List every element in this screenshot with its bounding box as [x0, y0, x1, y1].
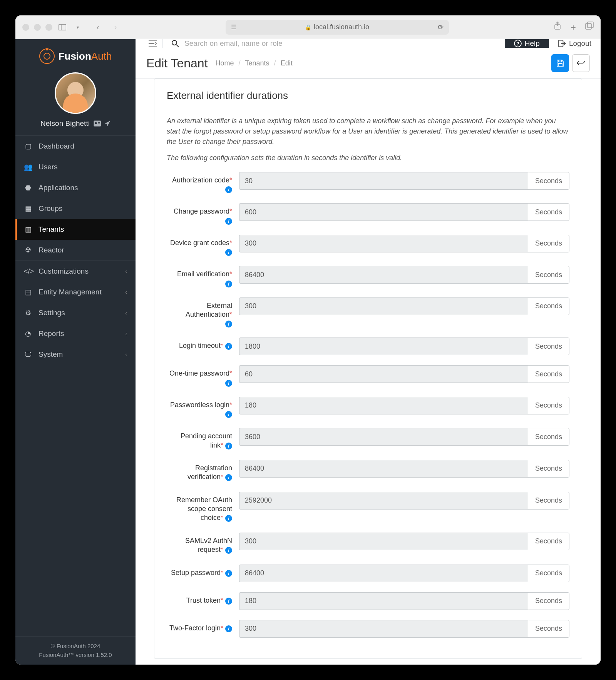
- info-icon[interactable]: i: [225, 380, 232, 387]
- unit-label: Seconds: [528, 203, 569, 221]
- info-icon[interactable]: i: [225, 321, 232, 327]
- info-icon[interactable]: i: [225, 218, 232, 225]
- duration-input[interactable]: [239, 428, 528, 446]
- duration-input[interactable]: [239, 592, 528, 610]
- forward-icon[interactable]: ›: [110, 22, 121, 33]
- form-row: Two-Factor login* iSeconds: [167, 620, 569, 638]
- nav-label: Dashboard: [38, 142, 74, 150]
- field-label: Passwordless login*: [167, 401, 232, 409]
- duration-input[interactable]: [239, 297, 528, 315]
- duration-input[interactable]: [239, 565, 528, 582]
- field-label: Email verification*: [167, 270, 232, 279]
- traffic-close[interactable]: [22, 24, 29, 31]
- nav-item-system[interactable]: 🖵System‹: [15, 344, 136, 365]
- svg-text:?: ?: [516, 41, 519, 47]
- avatar[interactable]: [55, 72, 96, 114]
- search-input[interactable]: [184, 39, 496, 48]
- logo[interactable]: FusionAuth: [39, 48, 112, 64]
- form-row: Passwordless login*iSeconds: [167, 397, 569, 418]
- duration-input[interactable]: [239, 397, 528, 414]
- nav: ▢Dashboard👥Users⬣Applications▦Groups▥Ten…: [15, 135, 136, 365]
- info-icon[interactable]: i: [225, 249, 232, 256]
- back-icon[interactable]: ‹: [92, 22, 103, 33]
- nav-item-reactor[interactable]: ☢Reactor: [15, 240, 136, 261]
- sidebar-toggle-icon[interactable]: [143, 40, 162, 47]
- nav-item-settings[interactable]: ⚙Settings‹: [15, 302, 136, 323]
- page-header: Edit Tenant Home / Tenants / Edit: [136, 48, 601, 79]
- save-button[interactable]: [551, 54, 569, 72]
- breadcrumb-item[interactable]: Home: [216, 59, 234, 67]
- info-icon[interactable]: i: [225, 343, 232, 350]
- nav-item-entity-management[interactable]: ▤Entity Management‹: [15, 282, 136, 302]
- users-icon: 👥: [24, 163, 32, 171]
- unit-label: Seconds: [528, 460, 569, 478]
- logout-button[interactable]: Logout: [549, 39, 601, 48]
- nav-item-tenants[interactable]: ▥Tenants: [15, 219, 136, 240]
- location-icon[interactable]: [104, 120, 110, 127]
- unit-label: Seconds: [528, 235, 569, 252]
- duration-input[interactable]: [239, 460, 528, 478]
- form-row: External Authentication*iSeconds: [167, 297, 569, 328]
- duration-input[interactable]: [239, 533, 528, 550]
- field-label: Two-Factor login* i: [167, 624, 232, 633]
- logout-icon: [558, 40, 566, 47]
- duration-input[interactable]: [239, 172, 528, 190]
- unit-label: Seconds: [528, 337, 569, 355]
- nav-item-applications[interactable]: ⬣Applications: [15, 177, 136, 198]
- info-icon[interactable]: i: [225, 186, 232, 193]
- tabs-icon[interactable]: [585, 22, 594, 33]
- form-row: Trust token* iSeconds: [167, 592, 569, 610]
- nav-label: Customizations: [38, 267, 89, 276]
- info-icon[interactable]: i: [225, 474, 232, 481]
- chevron-left-icon: ‹: [125, 351, 127, 358]
- duration-input[interactable]: [239, 365, 528, 383]
- info-icon[interactable]: i: [225, 625, 232, 632]
- dashboard-icon: ▢: [24, 142, 32, 150]
- nav-label: Reactor: [38, 246, 64, 254]
- customizations-icon: </>: [24, 267, 32, 276]
- lock-icon: 🔒: [305, 24, 311, 30]
- nav-item-reports[interactable]: ◔Reports‹: [15, 323, 136, 344]
- svg-rect-19: [558, 60, 561, 62]
- duration-input[interactable]: [239, 235, 528, 252]
- nav-item-groups[interactable]: ▦Groups: [15, 198, 136, 219]
- field-label: One-time password*: [167, 369, 232, 378]
- reload-icon[interactable]: ⟳: [438, 23, 444, 32]
- id-card-icon[interactable]: [94, 120, 101, 127]
- field-label: Change password*: [167, 207, 232, 216]
- chevron-down-icon[interactable]: ▾: [72, 22, 83, 33]
- info-icon[interactable]: i: [225, 411, 232, 418]
- duration-input[interactable]: [239, 492, 528, 510]
- duration-input[interactable]: [239, 337, 528, 355]
- info-icon[interactable]: i: [225, 598, 232, 605]
- back-button[interactable]: [572, 54, 590, 72]
- nav-item-users[interactable]: 👥Users: [15, 157, 136, 177]
- share-icon[interactable]: [554, 22, 561, 33]
- breadcrumb-item[interactable]: Tenants: [245, 59, 270, 67]
- info-icon[interactable]: i: [225, 281, 232, 287]
- field-label: Pending account link* i: [167, 432, 232, 450]
- form-row: Remember OAuth scope consent choice* iSe…: [167, 492, 569, 523]
- sidebar-icon[interactable]: [57, 22, 68, 33]
- nav-item-customizations[interactable]: </>Customizations‹: [15, 261, 136, 282]
- duration-input[interactable]: [239, 620, 528, 638]
- svg-rect-5: [588, 22, 593, 28]
- nav-item-dashboard[interactable]: ▢Dashboard: [15, 136, 136, 157]
- tenants-icon: ▥: [24, 225, 32, 234]
- info-icon[interactable]: i: [225, 547, 232, 554]
- question-icon: ?: [514, 40, 522, 47]
- info-icon[interactable]: i: [225, 515, 232, 522]
- duration-input[interactable]: [239, 203, 528, 221]
- panel-subtext: The following configuration sets the dur…: [167, 154, 569, 162]
- info-icon[interactable]: i: [225, 443, 232, 449]
- traffic-min[interactable]: [34, 24, 41, 31]
- unit-label: Seconds: [528, 492, 569, 510]
- help-button[interactable]: ? Help: [505, 39, 549, 48]
- chevron-left-icon: ‹: [125, 268, 127, 274]
- traffic-max[interactable]: [45, 24, 52, 31]
- chevron-left-icon: ‹: [125, 310, 127, 316]
- new-tab-icon[interactable]: ＋: [569, 22, 578, 33]
- address-bar[interactable]: ☰ 🔒 local.fusionauth.io ⟳: [226, 20, 449, 35]
- duration-input[interactable]: [239, 266, 528, 284]
- info-icon[interactable]: i: [225, 570, 232, 577]
